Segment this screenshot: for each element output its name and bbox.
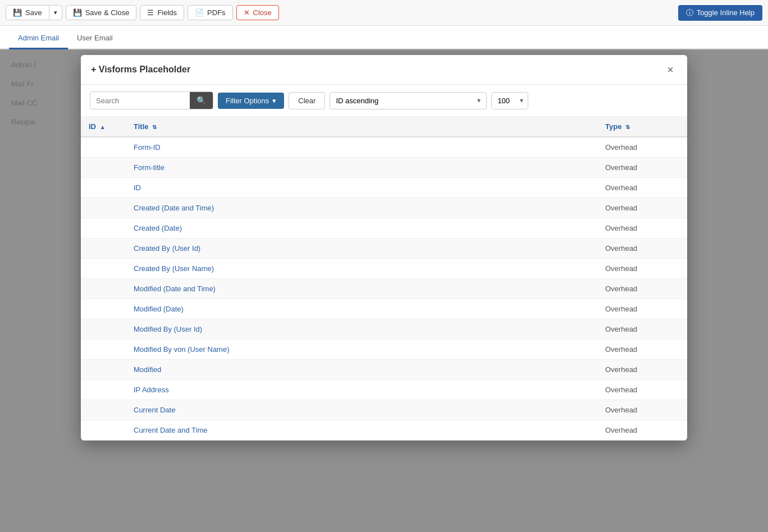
modal-close-button[interactable]: × — [664, 63, 677, 76]
table-row[interactable]: Current Date and TimeOverhead — [81, 420, 687, 441]
cell-title[interactable]: Modified By (User Id) — [126, 319, 597, 340]
table-row[interactable]: Modified By (User Id)Overhead — [81, 319, 687, 340]
col-header-title[interactable]: Title ⇅ — [126, 117, 597, 137]
fields-button[interactable]: ☰ Fields — [140, 5, 184, 20]
tab-user-email[interactable]: User Email — [68, 28, 122, 49]
cell-type: Overhead — [597, 178, 687, 198]
cell-title[interactable]: IP Address — [126, 380, 597, 400]
cell-title[interactable]: Created (Date and Time) — [126, 198, 597, 218]
save-button[interactable]: 💾 Save — [6, 6, 49, 20]
search-input[interactable] — [90, 93, 190, 109]
cell-title[interactable]: Created (Date) — [126, 218, 597, 239]
cell-title[interactable]: Current Date — [126, 400, 597, 420]
table-row[interactable]: Modified By von (User Name)Overhead — [81, 340, 687, 360]
per-page-select[interactable]: 25 50 100 200 — [492, 93, 515, 109]
cell-id — [81, 360, 126, 380]
save-close-button[interactable]: 💾 Save & Close — [66, 5, 137, 20]
cell-type: Overhead — [597, 340, 687, 360]
sort-select-wrap: ID ascending ID descending Title ascendi… — [330, 92, 487, 109]
filter-options-arrow: ▾ — [272, 97, 276, 105]
fields-icon: ☰ — [147, 8, 154, 17]
cell-title[interactable]: Form-title — [126, 158, 597, 178]
table-row[interactable]: Created (Date and Time)Overhead — [81, 198, 687, 218]
cell-type: Overhead — [597, 360, 687, 380]
tabs-bar: Admin Email User Email — [0, 26, 768, 49]
table-row[interactable]: IDOverhead — [81, 178, 687, 198]
cell-title[interactable]: Created By (User Name) — [126, 259, 597, 279]
title-link[interactable]: Modified By (User Id) — [134, 325, 202, 333]
sort-select[interactable]: ID ascending ID descending Title ascendi… — [330, 93, 472, 109]
table-row[interactable]: Created (Date)Overhead — [81, 218, 687, 239]
search-icon: 🔍 — [196, 96, 206, 105]
visforms-placeholder-modal: + Visforms Placeholder × 🔍 Filter Option… — [81, 55, 687, 441]
tab-admin-email[interactable]: Admin Email — [9, 28, 68, 49]
title-link[interactable]: Created By (User Id) — [134, 244, 200, 253]
title-link[interactable]: Modified (Date and Time) — [134, 285, 216, 293]
title-link[interactable]: Modified (Date) — [134, 305, 184, 313]
cell-type: Overhead — [597, 239, 687, 259]
title-link[interactable]: Modified — [134, 365, 161, 374]
cell-id — [81, 137, 126, 158]
modal-overlay: + Visforms Placeholder × 🔍 Filter Option… — [0, 49, 768, 532]
title-link[interactable]: Current Date and Time — [134, 426, 208, 434]
cell-title[interactable]: Modified (Date) — [126, 299, 597, 319]
cell-id — [81, 319, 126, 340]
close-icon: ✕ — [244, 8, 250, 17]
cell-id — [81, 400, 126, 420]
cell-title[interactable]: ID — [126, 178, 597, 198]
clear-label: Clear — [298, 97, 316, 105]
cell-type: Overhead — [597, 279, 687, 299]
fields-label: Fields — [157, 8, 177, 17]
cell-type: Overhead — [597, 137, 687, 158]
modal-toolbar: 🔍 Filter Options ▾ Clear ID ascending ID… — [81, 85, 687, 117]
title-link[interactable]: Created By (User Name) — [134, 264, 214, 273]
title-link[interactable]: ID — [134, 184, 141, 192]
toolbar-right: ⓘ Toggle Inline Help — [678, 5, 762, 21]
table-row[interactable]: ModifiedOverhead — [81, 360, 687, 380]
table-row[interactable]: Form-IDOverhead — [81, 137, 687, 158]
pdfs-icon: 📄 — [195, 8, 204, 17]
cell-title[interactable]: Modified (Date and Time) — [126, 279, 597, 299]
title-link[interactable]: Created (Date and Time) — [134, 204, 214, 212]
cell-title[interactable]: Current Date and Time — [126, 420, 597, 441]
cell-type: Overhead — [597, 198, 687, 218]
title-link[interactable]: Created (Date) — [134, 224, 182, 232]
title-link[interactable]: IP Address — [134, 386, 169, 394]
save-dropdown-arrow[interactable]: ▾ — [49, 6, 62, 19]
cell-id — [81, 158, 126, 178]
modal-close-icon: × — [667, 63, 674, 76]
cell-type: Overhead — [597, 400, 687, 420]
table-row[interactable]: Created By (User Id)Overhead — [81, 239, 687, 259]
cell-title[interactable]: Form-ID — [126, 137, 597, 158]
cell-id — [81, 259, 126, 279]
toggle-help-button[interactable]: ⓘ Toggle Inline Help — [678, 5, 762, 21]
save-label: Save — [25, 8, 42, 17]
col-header-id[interactable]: ID ▲ — [81, 117, 126, 137]
title-link[interactable]: Form-ID — [134, 143, 161, 152]
pdfs-button[interactable]: 📄 PDFs — [188, 5, 233, 20]
title-link[interactable]: Modified By von (User Name) — [134, 345, 230, 354]
cell-type: Overhead — [597, 158, 687, 178]
save-split-button[interactable]: 💾 Save ▾ — [6, 5, 62, 20]
close-label: Close — [253, 8, 272, 17]
close-button[interactable]: ✕ Close — [236, 5, 279, 20]
filter-options-button[interactable]: Filter Options ▾ — [218, 93, 284, 109]
table-row[interactable]: Form-titleOverhead — [81, 158, 687, 178]
table-row[interactable]: Current DateOverhead — [81, 400, 687, 420]
search-button[interactable]: 🔍 — [190, 92, 213, 109]
table-row[interactable]: Modified (Date)Overhead — [81, 299, 687, 319]
title-link[interactable]: Form-title — [134, 163, 164, 172]
cell-title[interactable]: Modified By von (User Name) — [126, 340, 597, 360]
table-row[interactable]: Created By (User Name)Overhead — [81, 259, 687, 279]
col-header-type[interactable]: Type ⇅ — [597, 117, 687, 137]
cell-type: Overhead — [597, 319, 687, 340]
table-row[interactable]: IP AddressOverhead — [81, 380, 687, 400]
clear-button[interactable]: Clear — [289, 92, 325, 109]
title-link[interactable]: Current Date — [134, 406, 175, 414]
main-toolbar: 💾 Save ▾ 💾 Save & Close ☰ Fields 📄 PDFs … — [0, 0, 768, 26]
cell-title[interactable]: Created By (User Id) — [126, 239, 597, 259]
cell-title[interactable]: Modified — [126, 360, 597, 380]
modal-title-text: + Visforms Placeholder — [91, 65, 190, 75]
modal-table-wrap[interactable]: ID ▲ Title ⇅ Type ⇅ — [81, 117, 687, 441]
table-row[interactable]: Modified (Date and Time)Overhead — [81, 279, 687, 299]
